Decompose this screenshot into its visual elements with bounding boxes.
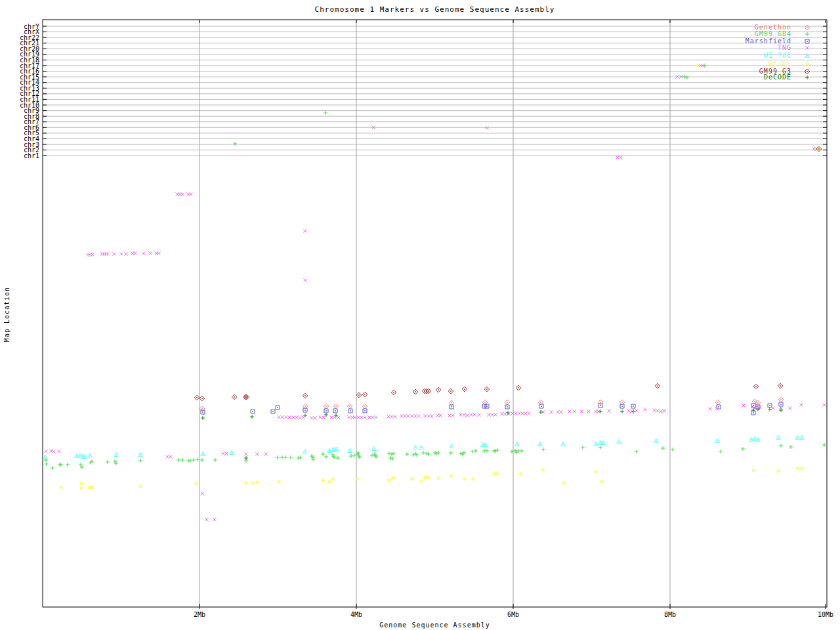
point-tng: [459, 413, 462, 416]
point-tng: [303, 229, 306, 232]
point-gm99-gb4: [180, 458, 184, 462]
point-tng: [662, 409, 665, 412]
point-gm99-gb4: [331, 453, 335, 457]
point-tng: [322, 415, 325, 419]
point-tng: [313, 416, 316, 419]
point-gm99-gb4: [635, 450, 639, 453]
point-tng: [494, 413, 497, 416]
point-tng: [549, 410, 553, 413]
point-gm99-g3: [194, 395, 200, 400]
plot-area: [0, 0, 840, 630]
point-tng: [301, 415, 304, 419]
plot-frame: [43, 20, 827, 607]
point-gm99-gb4: [485, 449, 489, 453]
point-wi-rh: [410, 477, 414, 481]
point-tng: [112, 252, 116, 255]
point-decode: [201, 416, 205, 420]
point-wi-rh: [91, 486, 94, 490]
point-wi-yac: [800, 435, 804, 439]
point-gm99-gb4: [789, 445, 793, 449]
point-tng: [255, 452, 259, 455]
point-tng: [616, 156, 619, 159]
point-tng: [310, 416, 313, 419]
point-wi-rh: [518, 472, 522, 476]
point-gm99-gb4: [299, 455, 303, 459]
point-tng: [485, 126, 488, 129]
point-gm99-gb4: [284, 455, 287, 459]
point-tng: [371, 415, 374, 419]
point-wi-yac: [715, 438, 719, 442]
legend-symbol-tng: [805, 46, 808, 49]
y-tick-label: chr1: [0, 153, 39, 159]
point-marshfield: [482, 404, 486, 408]
point-tng: [423, 414, 427, 417]
legend-symbol-genethon: [805, 25, 810, 30]
point-wi-yac: [230, 450, 234, 454]
point-tng: [517, 411, 520, 415]
point-gm99-gb4: [196, 457, 200, 461]
point-wi-yac: [515, 442, 519, 446]
point-gm99-g3: [303, 393, 308, 398]
point-gm99-gb4: [387, 452, 391, 455]
point-gm99-gb4: [392, 452, 396, 455]
point-tng: [430, 414, 433, 417]
point-tng: [356, 415, 360, 419]
point-gm99-gb4: [390, 457, 394, 461]
point-gm99-gb4: [138, 459, 142, 463]
point-tng: [119, 252, 123, 255]
point-marshfield: [768, 404, 772, 408]
point-tng: [277, 415, 280, 419]
point-tng: [165, 455, 169, 458]
point-gm99-g3: [778, 383, 783, 388]
point-tng: [413, 414, 417, 417]
point-tng: [295, 415, 298, 419]
legend-symbol-decode: [805, 75, 809, 79]
point-wi-rh: [776, 469, 780, 473]
point-tng: [417, 414, 420, 417]
point-marshfield: [348, 409, 352, 413]
point-tng: [284, 415, 287, 419]
point-gm99-gb4: [671, 448, 675, 452]
point-gm99-gb4: [598, 446, 602, 450]
point-tng: [224, 452, 228, 455]
point-wi-yac: [372, 446, 376, 450]
point-tng: [619, 156, 622, 159]
point-gm99-gb4: [390, 452, 394, 456]
point-tng: [318, 415, 322, 419]
point-decode: [334, 413, 338, 417]
point-gm99-g3: [391, 390, 396, 395]
point-wi-rh: [751, 469, 755, 472]
legend-label-wi-yac: WI YAC: [669, 52, 791, 59]
point-tng: [520, 411, 524, 415]
point-gm99-g3: [356, 392, 362, 398]
point-tng: [469, 413, 472, 416]
point-wi-yac: [303, 449, 307, 453]
point-tng: [390, 415, 393, 418]
point-gm99-g3: [413, 389, 418, 394]
point-gm99-gb4: [661, 446, 665, 450]
point-decode: [631, 410, 635, 413]
point-gm99-gb4: [200, 458, 204, 462]
point-wi-yac: [561, 442, 565, 446]
point-tng: [337, 415, 340, 419]
point-gm99-g3: [462, 387, 467, 392]
point-wi-rh: [471, 477, 474, 481]
point-tng: [477, 413, 480, 416]
point-wi-yac: [201, 452, 205, 455]
point-tng: [708, 407, 711, 410]
point-genethon: [362, 404, 368, 409]
point-gm99-gb4: [459, 452, 463, 455]
point-tng: [180, 192, 184, 196]
point-decode: [598, 410, 602, 413]
point-wi-rh: [277, 480, 281, 484]
point-wi-yac: [795, 435, 799, 439]
point-wi-yac: [753, 436, 757, 440]
point-gm99-gb4: [425, 452, 429, 455]
point-gm99-gb4: [321, 452, 325, 456]
legend-label-gm99-gb4: GM99 GB4: [669, 30, 791, 37]
point-marshfield: [271, 410, 275, 413]
point-tng: [57, 450, 60, 453]
point-wi-rh: [419, 479, 423, 483]
point-tng: [124, 252, 127, 255]
point-tng: [205, 518, 208, 521]
